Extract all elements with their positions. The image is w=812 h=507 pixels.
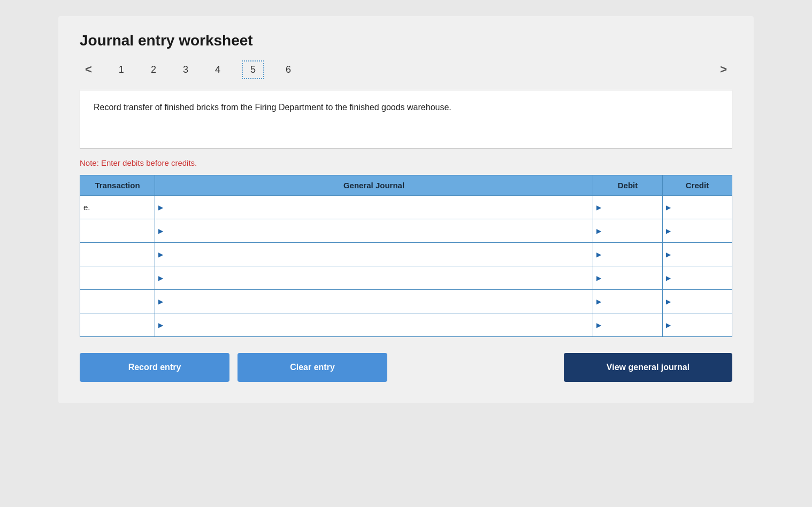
journal-arrow-icon-3: ▶ — [158, 274, 163, 282]
journal-arrow-icon-0: ▶ — [158, 204, 163, 211]
page-num-4[interactable]: 4 — [210, 62, 226, 78]
journal-input-2[interactable] — [165, 248, 589, 261]
credit-cell-1[interactable]: ▶ — [663, 219, 732, 243]
debit-arrow-icon-1: ▶ — [596, 227, 601, 235]
credit-arrow-icon-5: ▶ — [666, 321, 671, 329]
transaction-cell-5 — [80, 313, 155, 337]
credit-cell-2[interactable]: ▶ — [663, 243, 732, 266]
credit-cell-3[interactable]: ▶ — [663, 266, 732, 290]
worksheet-card: Journal entry worksheet < 1 2 3 4 5 6 > … — [58, 16, 754, 403]
journal-cell-1[interactable]: ▶ — [155, 219, 593, 243]
debit-arrow-icon-4: ▶ — [596, 298, 601, 305]
credit-arrow-icon-3: ▶ — [666, 274, 671, 282]
clear-entry-button[interactable]: Clear entry — [238, 353, 387, 382]
table-row: ▶▶▶ — [80, 243, 732, 266]
page-num-2[interactable]: 2 — [145, 62, 162, 78]
credit-input-3[interactable] — [673, 272, 729, 285]
journal-cell-4[interactable]: ▶ — [155, 290, 593, 313]
credit-input-2[interactable] — [673, 248, 729, 261]
journal-arrow-icon-4: ▶ — [158, 298, 163, 305]
credit-arrow-icon-4: ▶ — [666, 298, 671, 305]
view-general-journal-button[interactable]: View general journal — [564, 353, 732, 382]
journal-arrow-icon-1: ▶ — [158, 227, 163, 235]
journal-input-5[interactable] — [165, 319, 589, 332]
table-row: ▶▶▶ — [80, 219, 732, 243]
debit-arrow-icon-2: ▶ — [596, 251, 601, 258]
transaction-cell-1 — [80, 219, 155, 243]
journal-cell-3[interactable]: ▶ — [155, 266, 593, 290]
journal-cell-5[interactable]: ▶ — [155, 313, 593, 337]
journal-arrow-icon-5: ▶ — [158, 321, 163, 329]
transaction-cell-2 — [80, 243, 155, 266]
description-box: Record transfer of finished bricks from … — [80, 90, 732, 149]
credit-input-1[interactable] — [673, 225, 729, 237]
record-entry-button[interactable]: Record entry — [80, 353, 229, 382]
page-num-6[interactable]: 6 — [280, 62, 296, 78]
pagination-row: < 1 2 3 4 5 6 > — [80, 60, 732, 79]
next-arrow[interactable]: > — [715, 60, 732, 79]
journal-input-3[interactable] — [165, 272, 589, 285]
journal-cell-0[interactable]: ▶ — [155, 196, 593, 219]
transaction-cell-0: e. — [80, 196, 155, 219]
buttons-row: Record entry Clear entry View general jo… — [80, 353, 732, 382]
header-debit: Debit — [593, 175, 663, 196]
transaction-label-0: e. — [83, 196, 90, 219]
table-row: ▶▶▶ — [80, 313, 732, 337]
page-title: Journal entry worksheet — [80, 32, 732, 49]
debit-arrow-icon-0: ▶ — [596, 204, 601, 211]
table-header-row: Transaction General Journal Debit Credit — [80, 175, 732, 196]
header-transaction: Transaction — [80, 175, 155, 196]
journal-arrow-icon-2: ▶ — [158, 251, 163, 258]
credit-cell-4[interactable]: ▶ — [663, 290, 732, 313]
debit-arrow-icon-5: ▶ — [596, 321, 601, 329]
debit-cell-1[interactable]: ▶ — [593, 219, 663, 243]
credit-cell-0[interactable]: ▶ — [663, 196, 732, 219]
table-row: ▶▶▶ — [80, 290, 732, 313]
header-general-journal: General Journal — [155, 175, 593, 196]
description-text: Record transfer of finished bricks from … — [94, 103, 451, 112]
credit-cell-5[interactable]: ▶ — [663, 313, 732, 337]
debit-cell-3[interactable]: ▶ — [593, 266, 663, 290]
debit-arrow-icon-3: ▶ — [596, 274, 601, 282]
credit-input-0[interactable] — [673, 201, 729, 214]
debit-input-2[interactable] — [603, 248, 659, 261]
header-credit: Credit — [663, 175, 732, 196]
page-num-5[interactable]: 5 — [242, 60, 264, 79]
debit-cell-4[interactable]: ▶ — [593, 290, 663, 313]
page-num-1[interactable]: 1 — [113, 62, 129, 78]
table-row: e.▶▶▶ — [80, 196, 732, 219]
debit-cell-2[interactable]: ▶ — [593, 243, 663, 266]
credit-arrow-icon-0: ▶ — [666, 204, 671, 211]
journal-input-0[interactable] — [165, 201, 589, 214]
main-container: Journal entry worksheet < 1 2 3 4 5 6 > … — [0, 0, 812, 507]
prev-arrow[interactable]: < — [80, 60, 97, 79]
debit-input-5[interactable] — [603, 319, 659, 332]
debit-input-4[interactable] — [603, 295, 659, 308]
transaction-cell-3 — [80, 266, 155, 290]
page-num-3[interactable]: 3 — [178, 62, 194, 78]
journal-cell-2[interactable]: ▶ — [155, 243, 593, 266]
debit-cell-5[interactable]: ▶ — [593, 313, 663, 337]
journal-input-1[interactable] — [165, 225, 589, 237]
journal-input-4[interactable] — [165, 295, 589, 308]
credit-input-5[interactable] — [673, 319, 729, 332]
transaction-cell-4 — [80, 290, 155, 313]
journal-table: Transaction General Journal Debit Credit… — [80, 175, 732, 337]
debit-cell-0[interactable]: ▶ — [593, 196, 663, 219]
credit-arrow-icon-1: ▶ — [666, 227, 671, 235]
debit-input-1[interactable] — [603, 225, 659, 237]
debit-input-3[interactable] — [603, 272, 659, 285]
note-text: Note: Enter debits before credits. — [80, 158, 732, 167]
debit-input-0[interactable] — [603, 201, 659, 214]
credit-input-4[interactable] — [673, 295, 729, 308]
credit-arrow-icon-2: ▶ — [666, 251, 671, 258]
table-row: ▶▶▶ — [80, 266, 732, 290]
